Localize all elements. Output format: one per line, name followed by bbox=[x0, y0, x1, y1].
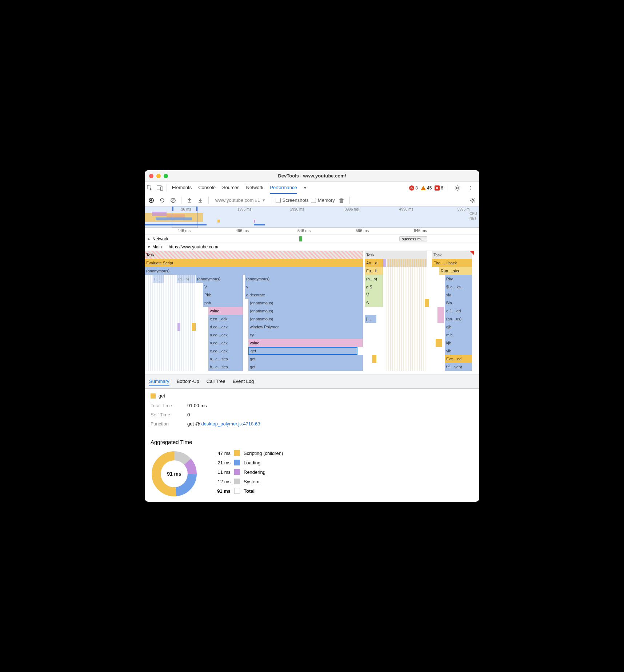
tab-performance[interactable]: Performance bbox=[270, 182, 297, 194]
flame-fn[interactable]: d.co…ack bbox=[208, 323, 243, 331]
flame-fn[interactable]: (anonymous) bbox=[248, 315, 363, 323]
flame-fn[interactable] bbox=[387, 259, 427, 267]
kebab-menu-icon[interactable]: ⋮ bbox=[465, 185, 476, 191]
settings-icon[interactable] bbox=[452, 185, 463, 191]
time-ruler[interactable]: 446 ms 496 ms 546 ms 596 ms 646 ms bbox=[145, 228, 479, 235]
flame-fn[interactable] bbox=[437, 315, 444, 323]
flame-fn[interactable]: e.J…led bbox=[445, 307, 472, 315]
dtab-call-tree[interactable]: Call Tree bbox=[207, 377, 225, 386]
flame-fn[interactable]: value bbox=[248, 339, 363, 347]
inspect-icon[interactable] bbox=[145, 185, 155, 191]
reload-button[interactable] bbox=[158, 196, 167, 205]
source-link[interactable]: desktop_polymer.js:4718:63 bbox=[201, 421, 260, 427]
flame-fn[interactable]: v bbox=[245, 283, 363, 291]
flame-fn[interactable]: (anonymous) bbox=[248, 299, 363, 307]
minimize-button[interactable] bbox=[156, 174, 161, 178]
flame-task[interactable]: Task bbox=[145, 251, 363, 259]
flame-fn[interactable] bbox=[192, 323, 196, 331]
flame-fn[interactable]: kjb bbox=[445, 339, 472, 347]
flame-fn-selected[interactable]: get bbox=[248, 347, 357, 355]
flame-fn[interactable] bbox=[177, 323, 180, 331]
errors-badge[interactable]: ✕ 8 bbox=[409, 185, 418, 191]
flame-evaluate-script[interactable]: Evaluate Script bbox=[145, 259, 363, 267]
record-button[interactable] bbox=[147, 196, 156, 205]
close-button[interactable] bbox=[149, 174, 153, 178]
download-button[interactable] bbox=[196, 196, 205, 205]
flame-fn[interactable]: get bbox=[248, 363, 363, 371]
timeline-overview[interactable]: 96 ms 1996 ms 2996 ms 3996 ms 4996 ms 59… bbox=[145, 207, 479, 228]
legend-row: 11 msRendering bbox=[212, 469, 283, 475]
network-request-marker[interactable] bbox=[299, 236, 302, 241]
network-track[interactable]: ▶ Network success.m… bbox=[145, 235, 479, 243]
flame-chart[interactable]: Task Evaluate Script (anonymous) (… (a…s… bbox=[145, 251, 479, 375]
flame-fn[interactable]: xla bbox=[445, 291, 472, 299]
flame-fn[interactable]: a._e…ties bbox=[208, 355, 243, 363]
flame-fn[interactable]: phb bbox=[203, 299, 243, 307]
flame-task[interactable]: Task bbox=[432, 251, 472, 259]
flame-fn[interactable] bbox=[436, 339, 442, 347]
flame-fn[interactable]: x.co…ack bbox=[208, 315, 243, 323]
flame-fn[interactable]: f.fi…vent bbox=[445, 363, 472, 371]
flame-fn[interactable] bbox=[383, 259, 386, 267]
flame-fn[interactable]: Run …sks bbox=[439, 267, 472, 275]
upload-button[interactable] bbox=[185, 196, 194, 205]
flame-fn[interactable]: (anonymous) bbox=[245, 275, 363, 283]
gc-button[interactable] bbox=[337, 196, 346, 205]
flame-fn[interactable]: yib bbox=[445, 347, 472, 355]
perf-settings-icon[interactable] bbox=[468, 196, 477, 205]
flame-fn[interactable]: Rka bbox=[445, 275, 472, 283]
flame-fn[interactable] bbox=[372, 355, 376, 363]
flame-fn[interactable]: (anonymous) bbox=[196, 275, 243, 283]
flame-fn[interactable]: value bbox=[208, 307, 243, 315]
flame-fn[interactable]: a.decorate bbox=[245, 291, 363, 299]
flame-fn[interactable]: qjb bbox=[445, 323, 472, 331]
dtab-bottom-up[interactable]: Bottom-Up bbox=[177, 377, 199, 386]
flame-fn[interactable]: mjb bbox=[445, 331, 472, 339]
flame-fn[interactable]: window.Polymer bbox=[248, 323, 363, 331]
flame-fn[interactable]: V bbox=[365, 291, 383, 299]
tab-sources[interactable]: Sources bbox=[222, 182, 240, 194]
flame-fn[interactable]: (anonymous) bbox=[248, 307, 363, 315]
more-tabs-chevron[interactable]: » bbox=[304, 182, 306, 194]
screenshots-checkbox[interactable]: Screenshots bbox=[276, 197, 309, 203]
tab-console[interactable]: Console bbox=[198, 182, 216, 194]
network-request-pill[interactable]: success.m… bbox=[399, 236, 427, 241]
dtab-event-log[interactable]: Event Log bbox=[233, 377, 254, 386]
flame-anonymous[interactable]: (anonymous) bbox=[145, 267, 363, 275]
flame-fn[interactable]: g.S bbox=[365, 283, 383, 291]
device-toggle-icon[interactable] bbox=[155, 185, 165, 191]
flame-task[interactable]: Task bbox=[365, 251, 427, 259]
flame-fn[interactable]: a.co…ack bbox=[208, 331, 243, 339]
flame-fn[interactable]: cy bbox=[248, 331, 363, 339]
main-thread-label[interactable]: ▶ Main — https://www.youtube.com/ bbox=[145, 243, 479, 251]
flame-fn[interactable]: An…d bbox=[365, 259, 383, 267]
collapse-icon[interactable]: ▶ bbox=[147, 245, 151, 248]
flame-fn[interactable]: Eve…ed bbox=[445, 355, 472, 363]
flame-fn[interactable]: (a…s) bbox=[365, 275, 383, 283]
flame-fn[interactable]: $i.e…ks_ bbox=[445, 283, 472, 291]
flame-fn[interactable]: Bla bbox=[445, 299, 472, 307]
flame-fn[interactable]: V bbox=[203, 283, 243, 291]
flame-fn[interactable]: get bbox=[248, 355, 363, 363]
flame-fn[interactable]: S bbox=[365, 299, 383, 307]
warnings-badge[interactable]: 45 bbox=[421, 185, 432, 191]
expand-icon[interactable]: ▶ bbox=[148, 237, 150, 241]
flame-fn[interactable] bbox=[425, 299, 429, 307]
content-errors-badge[interactable]: ✕ 6 bbox=[435, 185, 443, 191]
flame-fn[interactable]: (an…us) bbox=[445, 315, 472, 323]
maximize-button[interactable] bbox=[164, 174, 168, 178]
flame-fn[interactable]: a.co…ack bbox=[208, 339, 243, 347]
tab-elements[interactable]: Elements bbox=[172, 182, 192, 194]
tab-network[interactable]: Network bbox=[246, 182, 264, 194]
flame-fn[interactable] bbox=[437, 307, 444, 315]
dtab-summary[interactable]: Summary bbox=[149, 377, 169, 386]
flame-fn[interactable]: j… bbox=[365, 315, 376, 323]
flame-fn[interactable]: Phb bbox=[203, 291, 243, 299]
flame-fn[interactable]: e.co…ack bbox=[208, 347, 243, 355]
flame-fn[interactable]: b._e…ties bbox=[208, 363, 243, 371]
flame-fn[interactable]: Fu…ll bbox=[365, 267, 383, 275]
profile-selector[interactable]: www.youtube.com #1 ▾ bbox=[212, 197, 268, 203]
memory-checkbox[interactable]: Memory bbox=[311, 197, 335, 203]
flame-fn[interactable]: Fire I…llback bbox=[432, 259, 472, 267]
clear-button[interactable] bbox=[169, 196, 177, 205]
